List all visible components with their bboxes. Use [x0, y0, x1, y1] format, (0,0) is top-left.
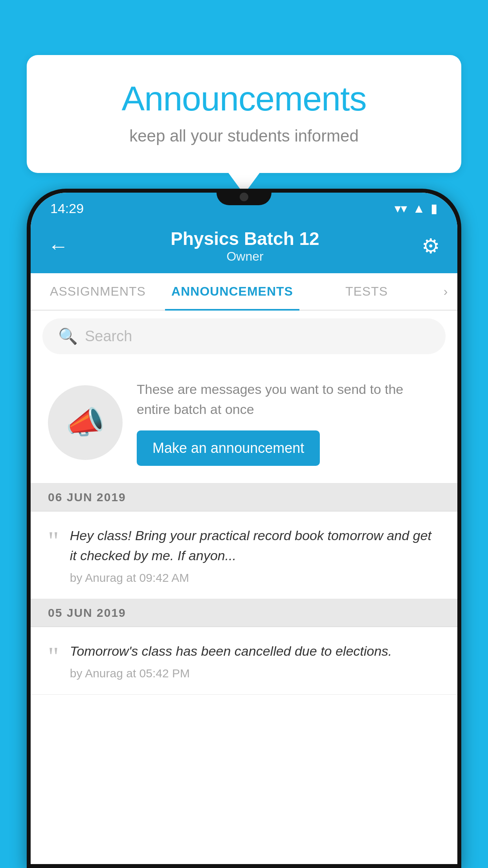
- promo-card: 📣 These are messages you want to send to…: [31, 362, 457, 484]
- tab-tests[interactable]: TESTS: [299, 273, 434, 310]
- phone-camera: [240, 193, 248, 201]
- make-announcement-button[interactable]: Make an announcement: [137, 430, 320, 466]
- announcement-meta-1: by Anurag at 09:42 AM: [70, 571, 440, 585]
- speech-bubble: Announcements keep all your students inf…: [27, 55, 461, 173]
- tab-more-button[interactable]: ›: [434, 273, 457, 310]
- search-bar[interactable]: 🔍 Search: [42, 318, 446, 354]
- phone-screen: 14:29 ▾▾ ▲ ▮ ← Physics Batch 12 Owner ⚙ …: [31, 193, 457, 864]
- quote-icon-1: ": [48, 527, 59, 554]
- announcement-text-2: Tomorrow's class has been cancelled due …: [70, 641, 440, 661]
- quote-icon-2: ": [48, 643, 59, 669]
- app-header: ← Physics Batch 12 Owner ⚙: [31, 221, 457, 273]
- header-subtitle: Owner: [68, 249, 422, 264]
- announcement-text-1: Hey class! Bring your practical record b…: [70, 526, 440, 566]
- header-title-group: Physics Batch 12 Owner: [68, 228, 422, 264]
- header-title: Physics Batch 12: [68, 228, 422, 249]
- announcement-meta-2: by Anurag at 05:42 PM: [70, 667, 440, 680]
- promo-description: These are messages you want to send to t…: [137, 379, 440, 419]
- tabs-bar: ASSIGNMENTS ANNOUNCEMENTS TESTS ›: [31, 273, 457, 311]
- announcement-item-2[interactable]: " Tomorrow's class has been cancelled du…: [31, 627, 457, 695]
- battery-icon: ▮: [431, 201, 438, 216]
- phone-notch: [216, 189, 272, 205]
- content-area: 🔍 Search 📣 These are messages you want t…: [31, 311, 457, 695]
- tab-announcements[interactable]: ANNOUNCEMENTS: [165, 273, 299, 310]
- wifi-icon: ▾▾: [394, 201, 407, 216]
- tab-assignments[interactable]: ASSIGNMENTS: [31, 273, 165, 310]
- search-placeholder: Search: [85, 328, 132, 345]
- announcement-icon-circle: 📣: [48, 385, 123, 460]
- announcement-item-1[interactable]: " Hey class! Bring your practical record…: [31, 511, 457, 599]
- date-separator-2: 05 JUN 2019: [31, 599, 457, 627]
- gear-icon[interactable]: ⚙: [422, 234, 440, 258]
- status-time: 14:29: [50, 201, 84, 216]
- speech-bubble-title: Announcements: [58, 79, 430, 119]
- promo-text-group: These are messages you want to send to t…: [137, 379, 440, 466]
- announcement-text-group-1: Hey class! Bring your practical record b…: [70, 526, 440, 585]
- megaphone-icon: 📣: [66, 404, 105, 441]
- search-container: 🔍 Search: [31, 311, 457, 362]
- signal-icon: ▲: [413, 201, 425, 216]
- speech-bubble-container: Announcements keep all your students inf…: [27, 55, 461, 173]
- date-separator-1: 06 JUN 2019: [31, 484, 457, 511]
- back-button[interactable]: ←: [48, 234, 68, 258]
- search-icon: 🔍: [58, 327, 78, 346]
- speech-bubble-subtitle: keep all your students informed: [58, 127, 430, 145]
- phone-frame: 14:29 ▾▾ ▲ ▮ ← Physics Batch 12 Owner ⚙ …: [27, 189, 461, 868]
- announcement-text-group-2: Tomorrow's class has been cancelled due …: [70, 641, 440, 680]
- status-icons: ▾▾ ▲ ▮: [394, 201, 438, 216]
